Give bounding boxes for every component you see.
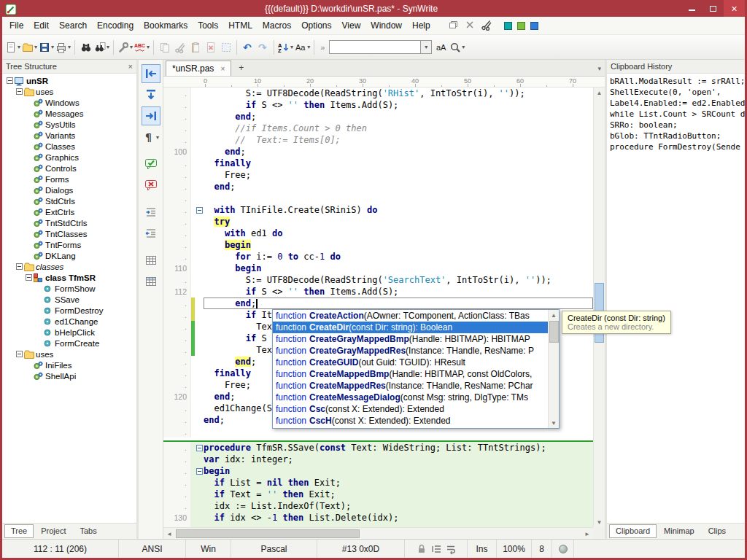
menu-options[interactable]: Options bbox=[296, 18, 336, 34]
tab-list-button[interactable]: ▾ bbox=[597, 65, 601, 72]
code-line[interactable]: . begin bbox=[163, 239, 593, 251]
tree-item-extctrls[interactable]: ExtCtrls bbox=[2, 206, 136, 217]
tab-close-icon[interactable]: × bbox=[220, 65, 225, 73]
search-dropdown-button[interactable]: ▾ bbox=[421, 40, 432, 54]
code-text[interactable]: // Text:= Items[0]; bbox=[204, 134, 593, 146]
fold-minus-icon[interactable] bbox=[195, 442, 204, 454]
scroll-right-icon[interactable]: ► bbox=[582, 529, 592, 539]
tree-item-tntclasses[interactable]: TntClasses bbox=[2, 228, 136, 239]
tree-item-dklang[interactable]: DKLang bbox=[2, 250, 136, 261]
sort-button[interactable]: AZ▾ bbox=[277, 38, 294, 57]
horizontal-scrollbar[interactable]: ◄ ► bbox=[163, 527, 593, 539]
code-text[interactable]: with ed1 do bbox=[204, 228, 593, 239]
code-text[interactable]: try bbox=[204, 216, 593, 228]
completion-item-createaction[interactable]: functionCreateAction (AOwner: TComponent… bbox=[273, 310, 548, 322]
completion-scrollbar[interactable]: ▲ ▼ bbox=[548, 310, 559, 428]
status-lexer[interactable]: Pascal bbox=[231, 540, 317, 558]
status-encoding[interactable]: ANSI bbox=[119, 540, 186, 558]
code-text[interactable]: end; bbox=[204, 111, 593, 122]
code-text[interactable]: idx := List.IndexOf(Text); bbox=[204, 500, 593, 512]
char-case-button[interactable]: aA bbox=[433, 38, 449, 57]
tree-item-formshow[interactable]: FormShow bbox=[2, 283, 136, 294]
code-line[interactable]: 110 begin bbox=[163, 262, 593, 274]
dropdown-arrow-icon[interactable]: ▾ bbox=[18, 44, 20, 50]
spell-check-button[interactable]: ABC▾ bbox=[133, 38, 150, 57]
tree-item-class-tfmsr[interactable]: class TfmSR bbox=[2, 272, 136, 283]
code-text[interactable]: if Text = '' then Exit; bbox=[204, 489, 593, 500]
status-icons[interactable] bbox=[405, 540, 468, 558]
vertical-scrollbar[interactable]: ▲ ▼ bbox=[593, 88, 605, 527]
dropdown-arrow-icon[interactable]: ▾ bbox=[51, 44, 54, 50]
dropdown-arrow-icon[interactable]: ▾ bbox=[107, 44, 109, 50]
tree-item-forms[interactable]: Forms bbox=[2, 174, 136, 184]
horizontal-scroll-thumb[interactable] bbox=[176, 529, 360, 538]
collapse-icon[interactable] bbox=[5, 77, 14, 84]
completion-item-createmessagedialog[interactable]: functionCreateMessageDialog (const Msg: … bbox=[273, 392, 548, 403]
panel-tab-clips[interactable]: Clips bbox=[702, 524, 732, 538]
code-line[interactable]: . with TIniFile.Create(SRiniS) do bbox=[163, 204, 593, 216]
code-line[interactable]: . if Text = '' then Exit; bbox=[163, 489, 593, 500]
code-text[interactable]: with TIniFile.Create(SRiniS) do bbox=[204, 204, 593, 216]
tree-item-windows[interactable]: Windows bbox=[2, 97, 136, 108]
popup-scroll-up-icon[interactable]: ▲ bbox=[549, 310, 559, 320]
unindent-button[interactable] bbox=[142, 224, 160, 243]
tree-item-messages[interactable]: Messages bbox=[2, 108, 136, 119]
case-button[interactable]: Aa▾ bbox=[294, 38, 311, 57]
dropdown-arrow-icon[interactable]: ▾ bbox=[34, 44, 37, 50]
code-line[interactable]: 112 if S <> '' then Items.Add(S); bbox=[163, 286, 593, 298]
collapse-icon[interactable] bbox=[15, 263, 23, 270]
menu-bookmarks[interactable]: Bookmarks bbox=[139, 18, 193, 34]
tree-item-stdctrls[interactable]: StdCtrls bbox=[2, 195, 136, 206]
minimize-button[interactable] bbox=[681, 0, 703, 17]
clipboard-item[interactable]: while List.Count > SRCount do bbox=[610, 109, 743, 120]
tree-item-classes[interactable]: Classes bbox=[2, 141, 136, 152]
tools-button[interactable]: ▾ bbox=[117, 38, 133, 57]
comment-add-button[interactable] bbox=[142, 155, 160, 174]
sync-tree-button[interactable] bbox=[142, 64, 160, 83]
tree-item-ssave[interactable]: SSave bbox=[2, 294, 136, 305]
scroll-left-icon[interactable]: ◄ bbox=[164, 529, 174, 539]
code-line[interactable]: 130 if idx <> -1 then List.Delete(idx); bbox=[163, 512, 593, 524]
tree-item-uses[interactable]: uses bbox=[2, 349, 136, 359]
dropdown-arrow-icon[interactable]: ▾ bbox=[130, 44, 133, 50]
code-line[interactable]: .begin bbox=[163, 465, 593, 477]
code-line[interactable]: . finally bbox=[163, 158, 593, 169]
code-text[interactable]: end; bbox=[204, 298, 593, 309]
tab-unsr[interactable]: *unSR.pas × bbox=[166, 61, 231, 76]
marker-teal-button[interactable] bbox=[504, 22, 512, 30]
menu-edit[interactable]: Edit bbox=[28, 18, 54, 34]
maximize-button[interactable] bbox=[703, 0, 724, 17]
status-caret-position[interactable]: 112 : 11 (206) bbox=[2, 540, 119, 558]
code-text[interactable]: if idx <> -1 then List.Delete(idx); bbox=[204, 512, 593, 524]
code-line[interactable]: . //if Items.Count > 0 then bbox=[163, 122, 593, 134]
clipboard-item[interactable]: ShellExecute(0, 'open', bbox=[610, 87, 743, 98]
jump-down-button[interactable] bbox=[142, 85, 160, 104]
code-line[interactable]: . bbox=[163, 192, 593, 204]
code-text[interactable]: var idx: integer; bbox=[204, 454, 593, 465]
tree-item-formcreate[interactable]: FormCreate bbox=[2, 338, 136, 349]
tree-item-graphics[interactable]: Graphics bbox=[2, 152, 136, 163]
tree-item-variants[interactable]: Variants bbox=[2, 130, 136, 141]
marker-blue-button[interactable] bbox=[530, 22, 538, 30]
popup-scroll-thumb[interactable] bbox=[549, 321, 559, 343]
print-button[interactable]: ▾ bbox=[55, 38, 71, 57]
tree-item-unsr[interactable]: unSR bbox=[2, 75, 136, 86]
code-line[interactable]: . // Text:= Items[0]; bbox=[163, 134, 593, 146]
tree-panel-close-icon[interactable]: × bbox=[128, 62, 133, 71]
code-line[interactable]: .var idx: integer; bbox=[163, 454, 593, 465]
status-insert-mode[interactable]: Ins bbox=[468, 540, 497, 558]
code-line[interactable]: . end; bbox=[163, 111, 593, 122]
completion-item-csc[interactable]: functionCsc (const X: Extended): Extende… bbox=[273, 403, 548, 415]
scroll-down-icon[interactable]: ▼ bbox=[594, 517, 605, 527]
menu-encoding[interactable]: Encoding bbox=[92, 18, 139, 34]
comment-remove-button[interactable] bbox=[142, 176, 160, 195]
search-input[interactable] bbox=[329, 40, 421, 54]
panel-tab-clipboard[interactable]: Clipboard bbox=[609, 524, 657, 538]
table-edit-button[interactable] bbox=[142, 272, 160, 291]
table-button[interactable] bbox=[142, 251, 160, 270]
completion-item-createguid[interactable]: functionCreateGUID (out Guid: TGUID): HR… bbox=[273, 357, 548, 368]
menu-macros[interactable]: Macros bbox=[258, 18, 296, 34]
code-text[interactable]: Free; bbox=[204, 169, 593, 181]
menu-search[interactable]: Search bbox=[54, 18, 92, 34]
code-line[interactable]: . with ed1 do bbox=[163, 228, 593, 239]
